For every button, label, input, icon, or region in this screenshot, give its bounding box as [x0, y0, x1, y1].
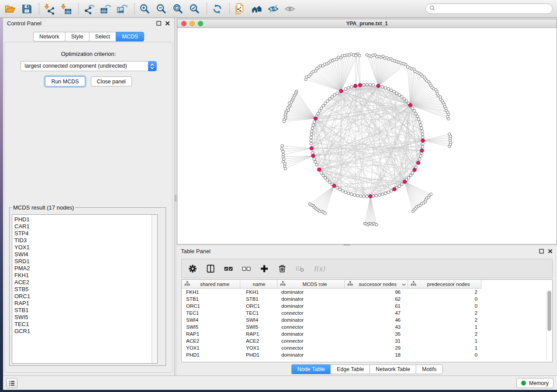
share-document-icon[interactable] — [234, 3, 246, 15]
table-cell: 1 — [408, 344, 481, 351]
vertical-splitter-handle[interactable] — [175, 195, 176, 202]
table-row[interactable]: ORC1ORC1dominator610 — [182, 303, 546, 309]
mcds-result-item[interactable]: STB5 — [14, 286, 157, 293]
window-zoom-icon[interactable] — [198, 21, 203, 26]
column-header-MCDS-role[interactable]: MCDS role — [277, 280, 345, 289]
table-cell: 18 — [345, 351, 408, 358]
delete-column-icon[interactable] — [277, 263, 287, 275]
select-all-columns-icon[interactable] — [223, 263, 234, 275]
import-table-icon[interactable] — [60, 3, 72, 15]
import-network-icon[interactable] — [44, 3, 55, 15]
column-header-predecessor-nodes[interactable]: predecessor nodes — [408, 280, 481, 289]
mcds-result-item[interactable]: YOX1 — [14, 244, 157, 251]
task-history-button[interactable] — [6, 378, 17, 388]
close-panel-icon[interactable] — [165, 21, 170, 26]
optimization-criterion-select[interactable]: largest connected component (undirected) — [21, 61, 157, 71]
column-label: MCDS role — [287, 282, 343, 287]
column-layout-icon[interactable] — [205, 263, 216, 275]
mcds-result-item[interactable]: GCR1 — [14, 328, 157, 335]
column-header-successor-nodes[interactable]: successor nodes — [345, 280, 408, 289]
toolbar-separator — [207, 3, 207, 14]
table-row[interactable]: STB1STB1dominator620 — [182, 296, 546, 303]
table-scrollbar-thumb[interactable] — [547, 291, 551, 331]
table-scrollbar[interactable] — [546, 290, 552, 361]
mcds-result-item[interactable]: TID3 — [14, 237, 157, 244]
network-graph[interactable] — [177, 28, 557, 244]
tab-network[interactable]: Network — [33, 32, 65, 41]
tab-mcds[interactable]: MCDS — [116, 32, 144, 41]
table-row[interactable]: SWI5SWI5connector431 — [182, 323, 546, 330]
home-network-icon[interactable] — [251, 3, 263, 15]
table-cell: 0 — [408, 351, 481, 358]
result-scrollbar[interactable] — [152, 215, 157, 363]
export-table-icon[interactable] — [100, 3, 111, 15]
mcds-result-item[interactable]: CAR1 — [14, 223, 157, 230]
open-file-icon[interactable] — [4, 3, 16, 15]
tab-select[interactable]: Select — [89, 32, 116, 41]
network-canvas[interactable] — [177, 28, 557, 244]
save-session-icon[interactable] — [21, 3, 33, 15]
tab-style[interactable]: Style — [65, 32, 89, 41]
window-minimize-icon[interactable] — [190, 21, 195, 26]
close-panel-icon[interactable] — [548, 249, 553, 254]
table-cell: connector — [277, 344, 345, 351]
mcds-result-item[interactable]: TEC1 — [14, 321, 157, 328]
zoom-selected-icon[interactable] — [189, 3, 201, 15]
float-panel-icon[interactable] — [539, 249, 544, 254]
memory-button[interactable]: Memory — [516, 378, 554, 388]
table-row[interactable]: YOX1YOX1connector291 — [182, 344, 546, 351]
table-row[interactable]: SWI4SWI4dominator462 — [182, 316, 546, 323]
refresh-icon[interactable] — [211, 3, 223, 15]
mcds-result-item[interactable]: SRD1 — [14, 258, 157, 265]
mcds-result-item[interactable]: FKH1 — [14, 272, 157, 279]
window-close-icon[interactable] — [181, 21, 187, 26]
table-cell: 62 — [345, 296, 408, 303]
table-row[interactable]: PHD1PHD1dominator180 — [182, 351, 546, 358]
export-network-icon[interactable] — [83, 3, 95, 15]
memory-status-icon — [521, 381, 526, 385]
table-cell: dominator — [277, 330, 345, 337]
tab-network-table[interactable]: Network Table — [370, 364, 416, 374]
mcds-result-item[interactable]: ORC1 — [14, 293, 157, 300]
table-cell: 61 — [345, 303, 408, 309]
network-window-titlebar[interactable]: YPA_prune.txt_1 — [177, 19, 557, 28]
zoom-in-icon[interactable] — [139, 3, 151, 15]
mcds-result-item[interactable]: STB1 — [14, 307, 157, 314]
show-eye-icon — [284, 3, 296, 15]
float-panel-icon[interactable] — [156, 21, 161, 26]
zoom-out-icon[interactable] — [156, 3, 167, 15]
mcds-result-item[interactable]: STP4 — [14, 230, 157, 237]
table-row[interactable]: RAP1RAP1dominator352 — [182, 330, 546, 337]
deselect-all-columns-icon[interactable] — [241, 263, 252, 275]
mcds-result-item[interactable]: PMA2 — [14, 265, 157, 272]
mcds-result-list[interactable]: PHD1CAR1STP4TID3YOX1SWI4SRD1PMA2FKH1ACE2… — [12, 214, 158, 364]
mcds-result-item[interactable]: SWI5 — [14, 314, 157, 321]
table-row[interactable]: ACE2ACE2connector311 — [182, 337, 546, 344]
mcds-result-item[interactable]: PHD1 — [14, 216, 157, 223]
table-row[interactable]: TEC1TEC1connector472 — [182, 309, 546, 316]
table-cell: dominator — [277, 296, 345, 303]
tab-node-table[interactable]: Node Table — [291, 364, 331, 374]
table-row[interactable]: FKH1FKH1dominator962 — [182, 289, 546, 296]
tab-edge-table[interactable]: Edge Table — [331, 364, 370, 374]
export-image-icon[interactable] — [116, 3, 128, 15]
column-header-shared-name[interactable]: shared name — [182, 280, 240, 289]
table-cell: RAP1 — [240, 330, 277, 337]
add-column-icon[interactable] — [259, 263, 270, 275]
table-cell: 1 — [408, 337, 481, 344]
zoom-fit-icon[interactable] — [172, 3, 184, 15]
table-cell: ORC1 — [182, 303, 240, 309]
search-input[interactable] — [437, 5, 552, 13]
run-mcds-button[interactable]: Run MCDS — [45, 76, 85, 86]
sort-desc-icon — [402, 282, 406, 287]
tab-motifs[interactable]: Motifs — [416, 364, 443, 374]
gear-icon[interactable] — [187, 263, 198, 275]
mcds-result-item[interactable]: ACE2 — [14, 279, 157, 286]
search-box[interactable] — [426, 3, 553, 14]
svg-text:f(x): f(x) — [314, 265, 325, 272]
column-header-name[interactable]: name — [240, 280, 277, 289]
mcds-result-item[interactable]: SWI4 — [14, 251, 157, 258]
close-panel-button[interactable]: Close panel — [91, 76, 132, 86]
hide-panel-icon[interactable] — [267, 3, 279, 15]
mcds-result-item[interactable]: RAP1 — [14, 300, 157, 307]
